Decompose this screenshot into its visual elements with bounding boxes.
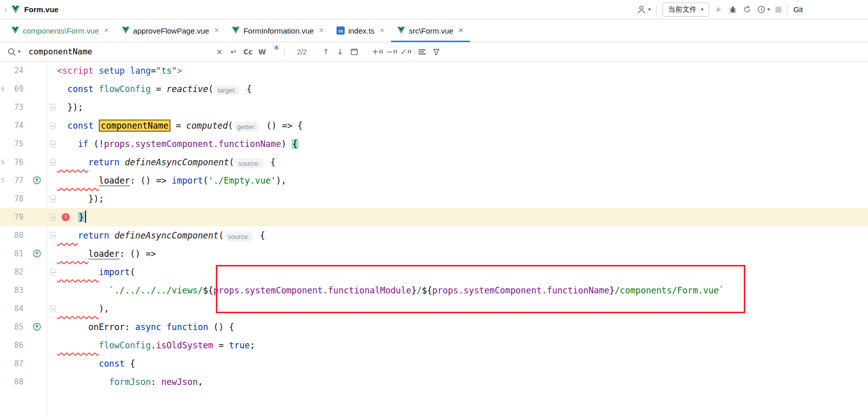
- code-line-87[interactable]: 87 const {: [0, 354, 868, 373]
- git-menu-label[interactable]: Git: [793, 6, 803, 14]
- tab-close-icon[interactable]: ×: [319, 26, 324, 35]
- search-bar: ▾ × ↵ Cc W * 2/2 ↑ ↓ +II −II ✓II: [0, 42, 868, 62]
- match-counter: 2/2: [286, 48, 318, 56]
- fold-marker-icon[interactable]: [50, 140, 55, 147]
- code-line-75[interactable]: 75 if (!props.systemComponent.functionNa…: [0, 135, 868, 153]
- code-line-78[interactable]: 78 });: [0, 190, 868, 208]
- fold-marker-icon[interactable]: [50, 195, 55, 202]
- editor[interactable]: 24<script setup lang="ts">669 const flow…: [0, 62, 868, 417]
- code-line-24[interactable]: 24<script setup lang="ts">: [0, 62, 868, 80]
- next-match-button[interactable]: ↓: [333, 45, 347, 58]
- fold-marker-icon[interactable]: [50, 269, 55, 276]
- prev-match-button[interactable]: ↑: [319, 45, 332, 58]
- rerun-button[interactable]: [743, 5, 751, 14]
- title-bar-right: ▾ 当前文件 ▾ ▾ Git: [636, 3, 868, 17]
- remove-occurrence-button[interactable]: −II: [385, 45, 399, 58]
- fold-marker-icon[interactable]: [50, 305, 55, 312]
- line-number: 83: [0, 281, 23, 300]
- regex-toggle[interactable]: *: [270, 45, 283, 58]
- tab-close-icon[interactable]: ×: [380, 26, 384, 35]
- tab-label: components\Form.vue: [23, 26, 99, 35]
- code-line-76[interactable]: 676 return defineAsyncComponent(source: …: [0, 153, 868, 171]
- line-number: 79: [0, 208, 23, 226]
- line-number: 81: [0, 245, 23, 263]
- run-configuration-label: 当前文件: [668, 5, 696, 14]
- code-line-83[interactable]: 83 `./../../../views/${props.systemCompo…: [0, 281, 868, 300]
- tab-approveflowpage.vue[interactable]: approveFlowPage.vue×: [116, 19, 226, 42]
- breadcrumb-chevron-icon: ›: [4, 5, 7, 14]
- add-occurrence-button[interactable]: +II: [371, 45, 384, 58]
- code-line-73[interactable]: 73 });: [0, 98, 868, 116]
- search-input[interactable]: [29, 47, 212, 56]
- filter-search-button[interactable]: [430, 45, 443, 58]
- navigate-up-gutter-icon[interactable]: [33, 322, 41, 331]
- code-text: ),: [57, 300, 868, 318]
- code-line-81[interactable]: 81 loader: () =>: [0, 245, 868, 263]
- code-text: onError: async function () {: [57, 318, 868, 336]
- navigate-up-gutter-icon[interactable]: [33, 176, 41, 185]
- search-mode-button[interactable]: ▾: [5, 47, 27, 56]
- stop-button[interactable]: [775, 7, 781, 13]
- fold-marker-icon[interactable]: [50, 214, 55, 221]
- tab-index.ts[interactable]: TSindex.ts×: [330, 19, 391, 42]
- debug-button[interactable]: [729, 5, 737, 14]
- run-button[interactable]: [715, 6, 723, 14]
- code-line-80[interactable]: 80 return defineAsyncComponent(source: {: [0, 226, 868, 245]
- fold-marker-icon[interactable]: [50, 104, 55, 111]
- code-text: const componentName = computed(getter: (…: [57, 116, 868, 136]
- funnel-icon: [432, 48, 440, 56]
- clear-search-icon[interactable]: ×: [213, 45, 226, 58]
- code-line-86[interactable]: 86 flowConfig.isOldSystem = true;: [0, 336, 868, 354]
- line-number: 69: [0, 80, 23, 98]
- fold-marker-icon[interactable]: [50, 159, 55, 166]
- code-line-88[interactable]: 88 formJson: newJson,: [0, 373, 868, 391]
- match-case-toggle[interactable]: Cc: [241, 45, 255, 58]
- code-line-74[interactable]: 74 const componentName = computed(getter…: [0, 116, 868, 135]
- code-text: `./../../../views/${props.systemComponen…: [57, 281, 868, 300]
- tab-forminformation.vue[interactable]: FormInformation.vue×: [226, 19, 330, 42]
- matched-brace: {: [292, 139, 298, 149]
- line-number: 77: [0, 171, 23, 190]
- newline-icon[interactable]: ↵: [227, 45, 240, 58]
- error-icon[interactable]: !: [62, 213, 70, 221]
- fold-marker-icon[interactable]: [50, 232, 55, 239]
- stop-icon: [775, 7, 781, 13]
- tab-components-form.vue[interactable]: components\Form.vue×: [5, 19, 116, 42]
- code-text: return defineAsyncComponent(source: {: [57, 153, 868, 172]
- parameter-hint: source:: [225, 231, 254, 242]
- whole-words-toggle[interactable]: W: [256, 45, 269, 58]
- tab-close-icon[interactable]: ×: [458, 26, 463, 35]
- tab-close-icon[interactable]: ×: [104, 26, 108, 35]
- code-text: loader: () => import('./Empty.vue'),: [57, 171, 868, 190]
- run-history-button[interactable]: ▾: [757, 5, 770, 14]
- divider: [284, 47, 285, 57]
- user-menu-button[interactable]: ▾: [636, 5, 651, 15]
- code-line-82[interactable]: 82 import(: [0, 263, 868, 281]
- divider: [787, 5, 788, 15]
- code-line-85[interactable]: 85 onError: async function () {: [0, 318, 868, 336]
- tool-window-icon: [350, 48, 358, 56]
- chevron-down-icon: ▾: [767, 6, 770, 13]
- code-line-69[interactable]: 669 const flowConfig = reactive(target: …: [0, 80, 868, 98]
- run-configuration-dropdown[interactable]: 当前文件 ▾: [662, 3, 709, 17]
- code-line-77[interactable]: 577 loader: () => import('./Empty.vue'),: [0, 171, 868, 190]
- code-text: });: [57, 190, 868, 208]
- filter-lines-button[interactable]: [415, 45, 429, 58]
- user-icon: [636, 5, 647, 15]
- tab-src-form.vue[interactable]: src\Form.vue×: [391, 19, 470, 42]
- tab-label: src\Form.vue: [409, 26, 454, 35]
- code-area[interactable]: 24<script setup lang="ts">669 const flow…: [0, 62, 868, 391]
- matched-brace: }: [78, 212, 85, 222]
- code-line-79[interactable]: 79! }: [0, 208, 868, 226]
- line-number: 85: [0, 318, 23, 336]
- code-line-84[interactable]: 84 ),: [0, 300, 868, 318]
- open-in-find-window-button[interactable]: [348, 45, 361, 58]
- code-text: }: [57, 208, 868, 226]
- tab-close-icon[interactable]: ×: [214, 26, 219, 35]
- navigate-up-gutter-icon[interactable]: [33, 249, 41, 258]
- select-all-occurrences-button[interactable]: ✓II: [400, 45, 413, 58]
- tab-label: FormInformation.vue: [243, 26, 314, 35]
- code-text: if (!props.systemComponent.functionName)…: [57, 135, 868, 153]
- window-title: Form.vue: [24, 5, 59, 14]
- fold-marker-icon[interactable]: [50, 122, 55, 129]
